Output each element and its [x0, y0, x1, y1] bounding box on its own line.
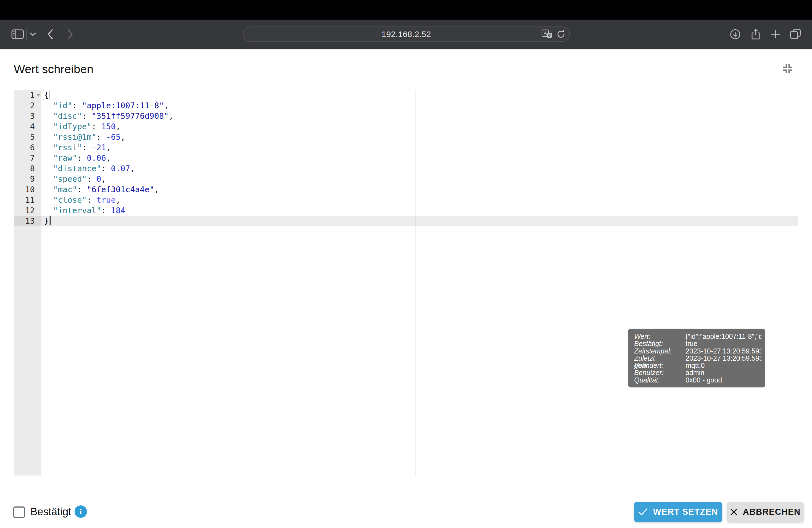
code-line[interactable]: 1{ [14, 90, 798, 100]
url-text: 192.168.2.52 [382, 30, 431, 39]
code-line[interactable]: 2 "id": "apple:1007:11-8", [14, 100, 798, 111]
tooltip-value: mqtt.0 [685, 362, 762, 369]
tabs-overview-icon[interactable] [789, 19, 801, 49]
chevron-down-icon[interactable] [29, 19, 37, 49]
sidebar-icon[interactable] [11, 19, 25, 49]
line-number: 10 [14, 184, 41, 195]
tooltip-label: Von: [634, 362, 685, 369]
line-number: 13 [14, 216, 41, 226]
code-text[interactable]: "disc": "351ff59776d908", [41, 111, 798, 121]
code-text[interactable]: } [41, 216, 798, 226]
tooltip-value: 2023-10-27 13:20:59.593 [685, 348, 762, 355]
code-line[interactable]: 6 "rssi": -21, [14, 142, 798, 153]
code-line[interactable]: 9 "speed": 0, [14, 174, 798, 184]
browser-toolbar: 192.168.2.52 A [0, 19, 812, 49]
text-cursor [50, 216, 50, 225]
tooltip-row: Von:mqtt.0 [634, 362, 762, 369]
json-editor[interactable]: 1{2 "id": "apple:1007:11-8",3 "disc": "3… [14, 90, 798, 475]
info-icon[interactable]: i [75, 505, 87, 518]
code-text[interactable]: "close": true, [41, 195, 798, 205]
fold-arrow-icon[interactable] [37, 94, 40, 97]
code-line[interactable]: 8 "distance": 0.07, [14, 163, 798, 174]
line-number: 11 [14, 195, 41, 205]
tooltip-row: Qualität:0x00 - good [634, 377, 762, 384]
editor-lines: 1{2 "id": "apple:1007:11-8",3 "disc": "3… [14, 90, 798, 226]
ack-checkbox[interactable] [13, 507, 25, 518]
code-text[interactable]: { [41, 90, 798, 100]
print-margin-line [415, 90, 416, 475]
code-line[interactable]: 5 "rssi@1m": -65, [14, 132, 798, 142]
tooltip-row: Zuletzt geändert:2023-10-27 13:20:59.593 [634, 355, 762, 362]
translate-icon[interactable]: A [541, 30, 553, 40]
line-number: 1 [14, 90, 41, 100]
code-text[interactable]: "rssi@1m": -65, [41, 132, 798, 142]
tooltip-value: admin [685, 369, 762, 376]
url-bar[interactable]: 192.168.2.52 A [243, 27, 570, 42]
code-text[interactable]: "distance": 0.07, [41, 163, 798, 174]
share-icon[interactable] [750, 19, 761, 49]
state-info-tooltip: Wert:{"id":"apple:1007:11-8","disBestäti… [628, 328, 765, 387]
line-number: 3 [14, 111, 41, 121]
code-text[interactable]: "idType": 150, [41, 121, 798, 132]
page-title: Wert schreiben [14, 62, 93, 76]
close-icon [730, 509, 737, 516]
tooltip-label: Zeitstempel: [634, 348, 685, 355]
tooltip-row: Bestätigt:true [634, 340, 762, 347]
code-text[interactable]: "raw": 0.06, [41, 153, 798, 163]
code-line[interactable]: 10 "mac": "6fef301c4a4e", [14, 184, 798, 195]
reload-icon[interactable] [556, 30, 565, 40]
toolbar-separator [26, 29, 27, 40]
collapse-icon[interactable] [783, 64, 793, 74]
tooltip-value: 0x00 - good [685, 377, 762, 384]
code-text[interactable]: "speed": 0, [41, 174, 798, 184]
tooltip-value: true [685, 340, 762, 347]
tooltip-row: Benutzer:admin [634, 369, 762, 376]
back-icon[interactable] [45, 19, 55, 49]
tooltip-label: Wert: [634, 333, 685, 340]
code-text[interactable]: "mac": "6fef301c4a4e", [41, 184, 798, 195]
code-line[interactable]: 11 "close": true, [14, 195, 798, 205]
tooltip-row: Wert:{"id":"apple:1007:11-8","dis [634, 333, 762, 340]
code-line[interactable]: 12 "interval": 184 [14, 205, 798, 216]
forward-icon [65, 19, 75, 49]
new-tab-icon[interactable] [770, 19, 781, 49]
line-number: 4 [14, 121, 41, 132]
tooltip-row: Zeitstempel:2023-10-27 13:20:59.593 [634, 348, 762, 355]
code-line[interactable]: 7 "raw": 0.06, [14, 153, 798, 163]
code-text[interactable]: "interval": 184 [41, 205, 798, 216]
code-line[interactable]: 3 "disc": "351ff59776d908", [14, 111, 798, 121]
line-number: 6 [14, 142, 41, 153]
line-number: 12 [14, 205, 41, 216]
menubar-strip [0, 0, 812, 19]
ack-checkbox-label: Bestätigt [30, 506, 71, 518]
code-text[interactable]: "id": "apple:1007:11-8", [41, 100, 798, 111]
safari-window: { "browser": { "url": "192.168.2.52", "i… [0, 0, 812, 528]
cancel-button[interactable]: ABBRECHEN [727, 502, 804, 522]
tooltip-label: Qualität: [634, 377, 685, 384]
line-number: 5 [14, 132, 41, 142]
code-line[interactable]: 13} [14, 216, 798, 226]
code-line[interactable]: 4 "idType": 150, [14, 121, 798, 132]
download-icon[interactable] [730, 19, 741, 49]
line-number: 8 [14, 163, 41, 174]
set-value-button[interactable]: WERT SETZEN [634, 502, 722, 522]
line-number: 7 [14, 153, 41, 163]
svg-text:A: A [544, 31, 547, 35]
tooltip-value: 2023-10-27 13:20:59.593 [685, 355, 762, 362]
tooltip-label: Zuletzt geändert: [634, 355, 685, 362]
tooltip-label: Bestätigt: [634, 340, 685, 347]
check-icon [638, 508, 648, 516]
line-number: 9 [14, 174, 41, 184]
tooltip-label: Benutzer: [634, 369, 685, 376]
line-number: 2 [14, 100, 41, 111]
tooltip-value: {"id":"apple:1007:11-8","dis [685, 333, 762, 340]
code-text[interactable]: "rssi": -21, [41, 142, 798, 153]
